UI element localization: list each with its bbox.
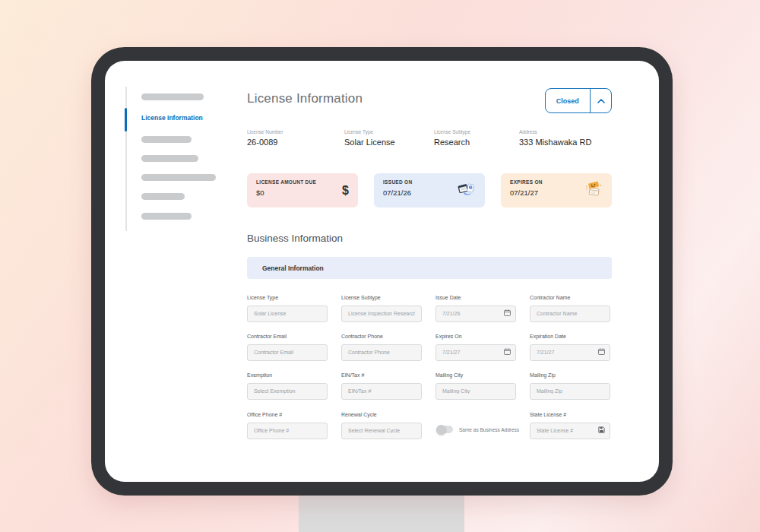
field-license-type: License Type [247, 295, 328, 322]
status-dropdown-button[interactable]: Closed [545, 88, 612, 113]
license-amount-due-card: LICENSE AMOUNT DUE $0 $ [247, 173, 358, 207]
field-office-phone: Office Phone # [247, 412, 328, 439]
field-mailing-zip: Mailing Zip [530, 372, 610, 400]
field-exemption: Exemption [247, 372, 328, 400]
field-label: Exemption [247, 372, 328, 378]
summary-label: License Number [247, 129, 283, 135]
business-information-title: Business Information [247, 233, 343, 244]
summary-license-subtype: License Subtype Research [434, 129, 470, 147]
field-label: Contractor Phone [341, 334, 422, 339]
sidebar-skeleton-item[interactable] [141, 213, 192, 220]
summary-value: Research [434, 138, 470, 147]
dollar-icon: $ [342, 184, 349, 198]
general-information-section-header[interactable]: General Information [247, 257, 612, 279]
field-license-subtype: License Subtype [341, 295, 422, 322]
same-as-business-address-toggle[interactable] [437, 426, 453, 433]
toggle-label: Same as Business Address [459, 427, 519, 432]
summary-label: License Type [344, 129, 395, 135]
field-mailing-city: Mailing City [435, 372, 516, 400]
contractor-name-input[interactable] [530, 306, 610, 322]
ein-tax-input[interactable] [341, 383, 422, 400]
expires-on-card: EXPIRES ON 07/21/27 [501, 173, 612, 207]
app-screen: License Information License Information … [105, 61, 659, 482]
sidebar-item-license-information[interactable]: License Information [141, 114, 203, 122]
summary-label: License Subtype [434, 129, 470, 135]
office-phone-input[interactable] [247, 423, 328, 439]
summary-address: Address 333 Mishawaka RD [519, 129, 591, 147]
field-contractor-phone: Contractor Phone [341, 334, 422, 361]
sidebar-skeleton-item[interactable] [141, 136, 192, 143]
field-label: Office Phone # [247, 412, 328, 417]
contractor-email-input[interactable] [247, 344, 328, 361]
sidebar-skeleton-item[interactable] [141, 155, 198, 162]
summary-value: 26-0089 [247, 138, 283, 147]
calendar-clock-icon [458, 182, 476, 200]
field-issue-date: Issue Date [435, 295, 516, 322]
calendar-ticket-icon [584, 181, 603, 201]
renewal-cycle-select[interactable] [341, 423, 422, 439]
field-label: State License # [530, 412, 610, 417]
license-subtype-input[interactable] [341, 306, 422, 322]
field-state-license: State License # [530, 412, 610, 439]
sidebar-active-indicator [125, 108, 127, 131]
mailing-zip-input[interactable] [530, 383, 610, 400]
field-renewal-cycle: Renewal Cycle [341, 412, 422, 439]
summary-license-number: License Number 26-0089 [247, 129, 283, 147]
toggle-knob [436, 425, 446, 435]
card-value: $0 [256, 188, 349, 197]
exemption-select[interactable] [247, 383, 328, 400]
tablet-frame: License Information License Information … [91, 47, 673, 496]
card-label: LICENSE AMOUNT DUE [256, 179, 349, 185]
issued-on-card: ISSUED ON 07/21/26 [374, 173, 485, 207]
sidebar-skeleton-item[interactable] [141, 174, 216, 181]
summary-label: Address [519, 129, 591, 135]
summary-license-type: License Type Solar License [344, 129, 395, 147]
field-label: Mailing Zip [530, 372, 610, 378]
field-label: Expiration Date [530, 334, 610, 339]
field-label: Expires On [435, 334, 516, 339]
page-title: License Information [247, 91, 363, 106]
save-icon[interactable] [598, 426, 605, 433]
status-label[interactable]: Closed [546, 89, 590, 112]
field-label: License Subtype [341, 295, 422, 300]
sidebar-skeleton-item[interactable] [141, 93, 204, 100]
license-type-input[interactable] [247, 306, 328, 322]
field-ein-tax: EIN/Tax # [341, 372, 422, 400]
field-contractor-email: Contractor Email [247, 334, 328, 361]
section-header-label: General Information [262, 264, 324, 272]
summary-value: 333 Mishawaka RD [519, 138, 591, 147]
chevron-up-icon[interactable] [591, 89, 611, 112]
field-label: Mailing City [435, 372, 516, 378]
field-label: Issue Date [435, 295, 516, 300]
sidebar-skeleton-item[interactable] [141, 193, 185, 200]
field-expires-on: Expires On [435, 334, 516, 361]
field-label: EIN/Tax # [341, 372, 422, 378]
field-label: License Type [247, 295, 328, 300]
calendar-icon[interactable] [504, 309, 511, 316]
mailing-city-input[interactable] [435, 383, 516, 400]
calendar-icon[interactable] [504, 348, 511, 355]
same-as-business-address-toggle-row: Same as Business Address [437, 426, 519, 433]
field-expiration-date: Expiration Date [530, 334, 610, 361]
field-label: Contractor Email [247, 334, 328, 339]
field-contractor-name: Contractor Name [530, 295, 610, 322]
calendar-icon[interactable] [598, 348, 605, 355]
field-label: Contractor Name [530, 295, 610, 300]
summary-value: Solar License [344, 138, 395, 147]
contractor-phone-input[interactable] [341, 344, 422, 361]
field-label: Renewal Cycle [341, 412, 422, 417]
